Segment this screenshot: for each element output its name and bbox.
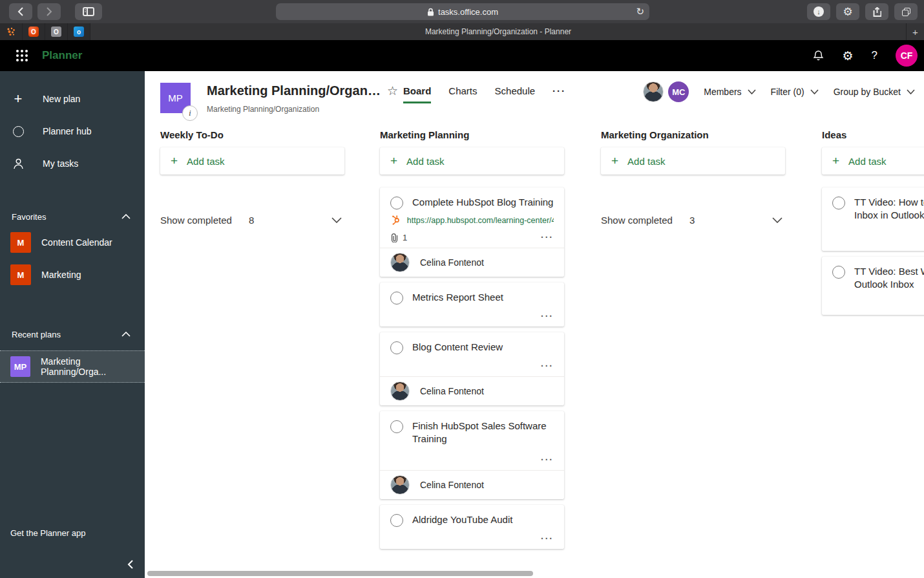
downloads-button[interactable]: ↓ <box>807 3 830 20</box>
add-task-button[interactable]: + Add task <box>601 147 785 175</box>
show-completed-toggle[interactable]: Show completed 3 <box>601 215 785 226</box>
add-task-button[interactable]: + Add task <box>380 147 564 175</box>
waffle-icon[interactable] <box>16 50 28 61</box>
task-checkbox[interactable] <box>832 197 845 209</box>
add-task-button[interactable]: + Add task <box>822 147 924 175</box>
group-by-label: Group by Bucket <box>834 87 901 97</box>
plan-tile: M <box>10 264 31 285</box>
member-avatar-mc[interactable]: MC <box>668 81 689 102</box>
recent-plans-header[interactable]: Recent plans <box>0 325 145 344</box>
task-checkbox[interactable] <box>390 420 403 433</box>
card-more-button[interactable]: ··· <box>541 232 554 242</box>
address-bar[interactable]: tasks.office.com ↻ <box>276 3 649 20</box>
bucket-name[interactable]: Weekly To-Do <box>160 129 344 147</box>
assignee-avatar <box>390 253 410 272</box>
task-card[interactable]: Metrics Report Sheet ··· <box>380 283 564 326</box>
more-tabs-button[interactable]: ··· <box>552 85 566 102</box>
tabs-icon <box>902 8 910 16</box>
sidebar-toggle-button[interactable] <box>75 3 102 20</box>
task-card[interactable]: Aldridge YouTube Audit ··· <box>380 505 564 549</box>
task-title-line2: Outlook Inbox <box>854 278 924 291</box>
task-title-line2: Inbox in Outlook <box>854 209 924 222</box>
sidebar-plan-marketing[interactable]: M Marketing <box>0 259 145 291</box>
lock-icon <box>427 8 434 16</box>
back-button[interactable] <box>9 3 32 20</box>
task-checkbox[interactable] <box>832 266 845 279</box>
share-button[interactable] <box>865 3 888 20</box>
main-content: MP i Marketing Planning/Organ… ☆ Marketi… <box>145 71 924 578</box>
task-card[interactable]: TT Video: Best Ways Outlook Inbox <box>822 257 924 315</box>
sidebar-item-my-tasks[interactable]: My tasks <box>0 147 145 180</box>
info-icon[interactable]: i <box>182 105 198 121</box>
add-task-button[interactable]: + Add task <box>160 147 344 175</box>
gear-icon: ⚙ <box>843 5 852 19</box>
user-avatar[interactable]: CF <box>896 45 918 67</box>
bucket-ideas: Ideas + Add task TT Video: How to Se Inb… <box>822 129 924 315</box>
get-planner-app-link[interactable]: Get the Planner app <box>10 528 85 538</box>
member-photo-avatar[interactable] <box>643 81 664 102</box>
gray-o-favicon-icon: O <box>51 27 61 37</box>
pinned-tab-outlook[interactable]: o <box>68 23 90 40</box>
show-completed-toggle[interactable]: Show completed 8 <box>160 215 344 226</box>
task-checkbox[interactable] <box>390 514 403 527</box>
task-link[interactable]: https://app.hubspot.com/learning-center/… <box>407 216 554 225</box>
hub-icon <box>12 126 25 137</box>
new-tab-button[interactable]: + <box>906 23 924 40</box>
bucket-name[interactable]: Ideas <box>822 129 924 147</box>
task-title: TT Video: How to Se Inbox in Outlook <box>854 196 924 222</box>
horizontal-scrollbar[interactable] <box>147 571 533 576</box>
favorites-header[interactable]: Favorites <box>0 207 145 226</box>
task-title: Complete HubSpot Blog Training <box>412 196 553 209</box>
card-more-button[interactable]: ··· <box>541 533 554 544</box>
star-icon[interactable]: ☆ <box>387 83 398 98</box>
sidebar-item-new-plan[interactable]: + New plan <box>0 83 145 115</box>
sidebar-item-planner-hub[interactable]: Planner hub <box>0 115 145 147</box>
task-checkbox[interactable] <box>390 341 403 354</box>
tab-overview-button[interactable] <box>894 3 918 20</box>
browser-chrome: tasks.office.com ↻ ↓ ⚙ <box>0 0 924 23</box>
notifications-bell-icon[interactable] <box>813 50 824 61</box>
help-icon[interactable]: ? <box>872 49 877 62</box>
bucket-marketing-organization: Marketing Organization + Add task Show c… <box>601 129 785 226</box>
pinned-tab-hubspot[interactable] <box>0 23 23 40</box>
task-card[interactable]: Blog Content Review ··· Celina Fontenot <box>380 332 564 405</box>
sidebar: + New plan Planner hub My tasks Favorite… <box>0 71 145 578</box>
settings-gear-icon[interactable]: ⚙ <box>842 48 853 63</box>
plan-label: Content Calendar <box>41 237 112 248</box>
card-more-button[interactable]: ··· <box>541 455 554 465</box>
task-title: Blog Content Review <box>412 341 503 354</box>
bucket-name[interactable]: Marketing Organization <box>601 129 785 147</box>
task-card[interactable]: TT Video: How to Se Inbox in Outlook <box>822 187 924 251</box>
card-more-button[interactable]: ··· <box>541 361 554 371</box>
attachment-count: 1 <box>390 233 407 242</box>
assignee-name: Celina Fontenot <box>420 386 484 396</box>
pinned-tab-office[interactable]: O <box>23 23 45 40</box>
members-dropdown[interactable]: Members <box>704 87 755 97</box>
tab-charts[interactable]: Charts <box>448 85 477 102</box>
plan-title: Marketing Planning/Organ… <box>207 83 381 98</box>
sidebar-item-label: My tasks <box>43 158 78 169</box>
bucket-name[interactable]: Marketing Planning <box>380 129 564 147</box>
attachment-number: 1 <box>403 233 407 242</box>
tab-schedule[interactable]: Schedule <box>495 85 536 102</box>
filter-dropdown[interactable]: Filter (0) <box>771 87 819 97</box>
task-card[interactable]: Complete HubSpot Blog Training https://a… <box>380 187 564 277</box>
collapse-sidebar-button[interactable] <box>127 560 133 569</box>
extensions-button[interactable]: ⚙ <box>836 3 859 20</box>
group-by-dropdown[interactable]: Group by Bucket <box>834 87 915 97</box>
sidebar-plan-marketing-planning[interactable]: MP Marketing Planning/Orga... <box>0 350 145 383</box>
active-tab[interactable]: Marketing Planning/Organization - Planne… <box>90 23 906 40</box>
outlook-favicon-icon: o <box>74 27 84 37</box>
pinned-tab-onenote[interactable]: O <box>45 23 68 40</box>
sidebar-plan-content-calendar[interactable]: M Content Calendar <box>0 226 145 259</box>
reload-icon[interactable]: ↻ <box>636 6 644 17</box>
assignee-avatar <box>390 475 410 495</box>
tab-board[interactable]: Board <box>403 85 431 103</box>
task-card[interactable]: Finish HubSpot Sales Software Training ·… <box>380 411 564 499</box>
assignee-name: Celina Fontenot <box>420 480 484 490</box>
task-checkbox[interactable] <box>390 292 403 305</box>
task-checkbox[interactable] <box>390 197 403 209</box>
forward-button[interactable] <box>37 3 61 20</box>
plan-tile: MP <box>10 356 30 377</box>
card-more-button[interactable]: ··· <box>541 311 554 321</box>
